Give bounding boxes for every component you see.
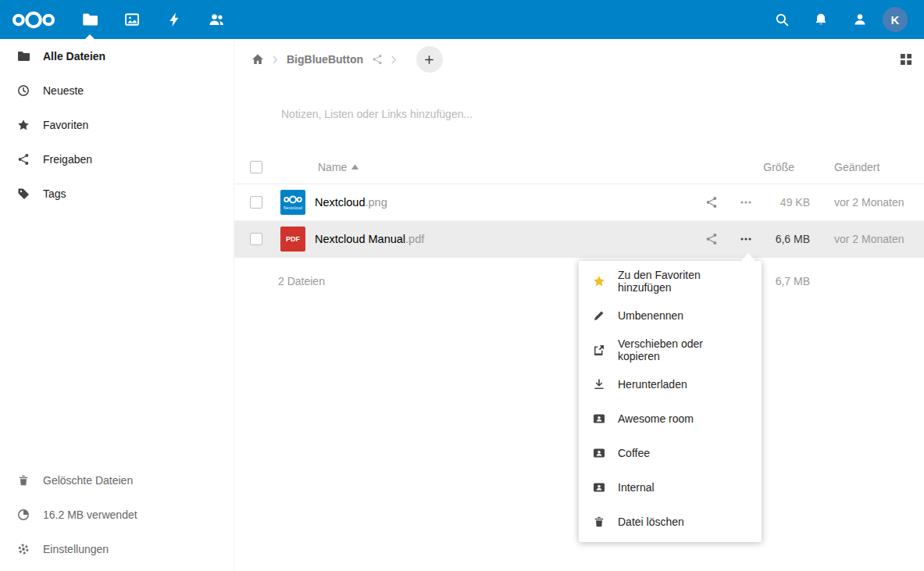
sidebar: Alle Dateien Neueste Favoriten Freigaben [0, 39, 234, 571]
search-button[interactable] [762, 0, 801, 39]
menu-item-add-to-favorites[interactable]: Zu den Favoriten hinzufügen [579, 264, 762, 298]
three-dots-icon [740, 233, 752, 245]
file-modified: vor 2 Monaten [810, 233, 924, 245]
checkbox-cell [234, 233, 278, 245]
notifications-button[interactable] [801, 0, 840, 39]
file-size: 49 KB [763, 196, 810, 209]
chevron-right-icon [391, 55, 397, 64]
sort-by-size[interactable]: Größe [763, 161, 810, 173]
top-bar: K [0, 0, 924, 39]
breadcrumb-folder[interactable]: BigBlueButton [287, 53, 363, 66]
topbar-right: K [762, 0, 924, 39]
sidebar-footer: Gelöschte Dateien 16.2 MB verwendet Eins… [0, 463, 234, 566]
nextcloud-logo-icon [11, 9, 56, 30]
sort-by-name[interactable]: Name [278, 161, 694, 173]
plus-icon [423, 54, 435, 66]
file-name-cell: PDF Nextcloud Manual.pdf [278, 227, 694, 252]
sidebar-item-label: Freigaben [43, 153, 92, 166]
sort-ascending-icon [351, 164, 359, 170]
menu-item-rename[interactable]: Umbenennen [579, 298, 762, 333]
grid-view-toggle[interactable] [900, 53, 912, 66]
sidebar-item-neueste[interactable]: Neueste [0, 73, 234, 108]
gear-icon [17, 543, 30, 555]
file-row-nextcloud-png[interactable]: Nextcloud Nextcloud.png 49 KB vor 2 Mona… [234, 184, 924, 221]
file-list-header: Name Größe Geändert [234, 150, 924, 184]
file-actions-menu: Zu den Favoriten hinzufügen Umbenennen V… [579, 261, 762, 542]
sidebar-spacer [0, 211, 234, 463]
sidebar-item-label: Gelöschte Dateien [43, 474, 133, 487]
share-icon [17, 153, 30, 166]
menu-item-awesome-room[interactable]: Awesome room [579, 401, 762, 436]
contacts-icon [209, 12, 224, 27]
share-icon[interactable] [372, 54, 383, 65]
star-icon [593, 275, 605, 287]
activity-lightning-icon [166, 12, 182, 27]
menu-item-internal-room[interactable]: Internal [579, 470, 762, 505]
sidebar-item-label: Favoriten [43, 119, 88, 131]
row-share-button[interactable] [694, 196, 729, 209]
thumbnail-label: Nextcloud [284, 205, 302, 210]
row-share-button[interactable] [694, 233, 729, 245]
sidebar-item-label: Tags [43, 187, 66, 200]
person-icon [853, 12, 867, 27]
file-name-cell: Nextcloud Nextcloud.png [278, 190, 694, 215]
row-checkbox[interactable] [250, 233, 262, 245]
sidebar-item-favoriten[interactable]: Favoriten [0, 108, 234, 142]
move-icon [593, 344, 605, 356]
tag-icon [17, 187, 30, 200]
room-icon [593, 412, 605, 425]
sidebar-item-label: Neueste [43, 84, 84, 97]
folder-icon [17, 50, 30, 62]
app-activity[interactable] [153, 0, 195, 39]
row-checkbox[interactable] [250, 196, 262, 209]
sidebar-item-einstellungen[interactable]: Einstellungen [0, 532, 234, 566]
bell-icon [814, 12, 828, 27]
menu-item-download[interactable]: Herunterladen [579, 367, 762, 401]
name-column-header: Name [318, 161, 347, 173]
user-avatar[interactable]: K [883, 7, 908, 32]
room-icon [593, 481, 605, 494]
breadcrumb: BigBlueButton [234, 39, 924, 80]
trash-icon [17, 474, 30, 487]
sidebar-item-alle-dateien[interactable]: Alle Dateien [0, 39, 234, 73]
file-thumbnail-png: Nextcloud [280, 190, 305, 215]
download-icon [593, 378, 605, 391]
sidebar-item-freigaben[interactable]: Freigaben [0, 142, 234, 177]
row-actions-button[interactable] [729, 196, 763, 209]
nextcloud-logo[interactable] [0, 9, 69, 30]
sort-by-modified[interactable]: Geändert [810, 161, 924, 173]
sidebar-item-geloeschte-dateien[interactable]: Gelöschte Dateien [0, 463, 234, 498]
row-actions-button-active[interactable] [729, 233, 763, 245]
new-file-button[interactable] [416, 46, 443, 73]
notes-input[interactable] [281, 106, 617, 122]
thumbnail-label: PDF [286, 235, 300, 243]
share-icon [705, 233, 718, 245]
pencil-icon [593, 309, 605, 322]
file-name: Nextcloud Manual.pdf [315, 233, 424, 245]
menu-item-delete-file[interactable]: Datei löschen [579, 505, 762, 539]
file-row-nextcloud-manual-pdf[interactable]: PDF Nextcloud Manual.pdf 6,6 MB vor 2 Mo… [234, 221, 924, 258]
file-name: Nextcloud.png [315, 196, 387, 209]
sidebar-item-label: Einstellungen [43, 543, 109, 555]
app-files[interactable] [69, 0, 111, 39]
chevron-right-icon [273, 55, 278, 64]
file-modified: vor 2 Monaten [810, 196, 924, 209]
quota-label: 16.2 MB verwendet [43, 509, 137, 521]
sidebar-item-label: Alle Dateien [43, 50, 105, 62]
menu-item-coffee-room[interactable]: Coffee [579, 436, 762, 470]
contacts-menu-button[interactable] [840, 0, 879, 39]
main-content: BigBlueButton Name [234, 39, 924, 571]
sidebar-item-tags[interactable]: Tags [0, 177, 234, 211]
home-icon[interactable] [252, 53, 264, 66]
app-photos[interactable] [111, 0, 153, 39]
photos-icon [124, 12, 140, 27]
sidebar-item-quota[interactable]: 16.2 MB verwendet [0, 498, 234, 532]
share-icon [705, 196, 718, 209]
select-all-checkbox[interactable] [250, 161, 262, 173]
star-icon [17, 119, 30, 131]
menu-item-move-or-copy[interactable]: Verschieben oder kopieren [579, 333, 762, 367]
app-contacts[interactable] [195, 0, 237, 39]
folder-icon [82, 12, 98, 27]
checkbox-cell [234, 196, 278, 209]
total-size: 6,7 MB [763, 275, 810, 287]
